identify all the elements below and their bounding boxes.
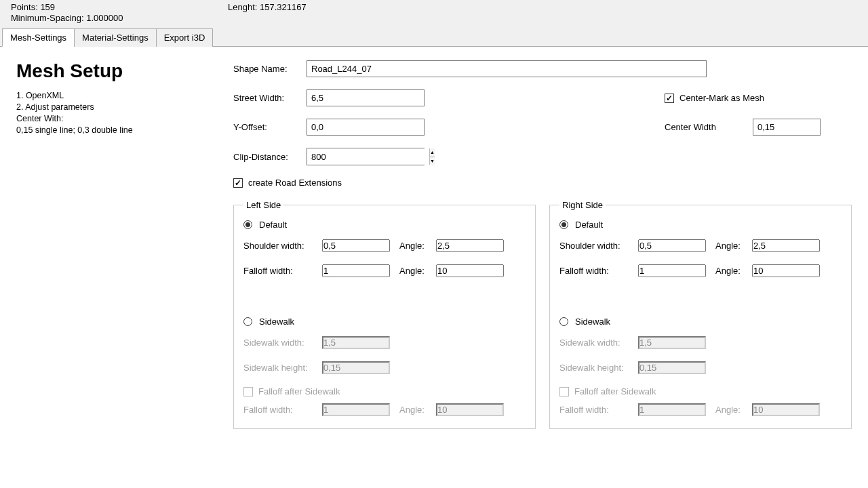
left-sw-falloff-label: Falloff width: <box>243 405 322 415</box>
y-offset-label: Y-Offset: <box>233 122 307 132</box>
tab-strip: Mesh-Settings Material-Settings Export i… <box>0 28 868 47</box>
spinner-up-icon[interactable]: ▲ <box>430 148 435 157</box>
left-falloff-angle-label: Angle: <box>399 266 436 276</box>
spinner-down-icon[interactable]: ▼ <box>430 157 435 165</box>
right-shoulder-label: Shoulder width: <box>559 241 638 251</box>
tip-line: 0,15 single line; 0,3 double line <box>16 125 233 136</box>
points-label: Points: <box>11 2 38 12</box>
page-title: Mesh Setup <box>16 60 233 82</box>
points-value: 159 <box>40 2 55 12</box>
right-default-radio[interactable] <box>559 220 568 229</box>
form-panel: Shape Name: Street Width: Center-Mark as… <box>233 60 852 429</box>
minspacing-value: 1.000000 <box>86 13 123 23</box>
create-extensions-checkbox[interactable] <box>233 178 243 188</box>
left-sw-falloff-input <box>322 403 390 416</box>
left-sw-falloff-angle-input <box>436 403 504 416</box>
left-sidewalk-width-label: Sidewalk width: <box>243 338 322 348</box>
left-sidewalk-width-input <box>322 336 390 349</box>
right-shoulder-angle-label: Angle: <box>715 241 752 251</box>
left-falloff-after-checkbox <box>243 387 253 396</box>
right-sw-falloff-label: Falloff width: <box>559 405 638 415</box>
tab-material-settings[interactable]: Material-Settings <box>74 28 157 47</box>
tip-line: 2. Adjust parameters <box>16 102 233 113</box>
right-default-label: Default <box>575 220 603 230</box>
center-mark-label: Center-Mark as Mesh <box>679 93 764 103</box>
help-panel: Mesh Setup 1. OpenXML 2. Adjust paramete… <box>16 60 233 429</box>
right-sw-falloff-angle-label: Angle: <box>715 405 752 415</box>
left-falloff-angle-input[interactable] <box>436 264 504 277</box>
left-falloff-after-label: Falloff after Sidewalk <box>258 386 340 396</box>
tab-export-i3d[interactable]: Export i3D <box>156 28 214 47</box>
left-default-radio[interactable] <box>243 220 252 229</box>
right-sw-falloff-input <box>638 403 706 416</box>
shape-name-input[interactable] <box>307 60 707 77</box>
right-falloff-angle-label: Angle: <box>715 266 752 276</box>
street-width-label: Street Width: <box>233 93 307 103</box>
header-info: Points: 159 Lenght: 157.321167 Minimum-S… <box>0 0 868 28</box>
right-falloff-input[interactable] <box>638 264 706 277</box>
clip-distance-spinner[interactable]: ▲ ▼ <box>307 148 425 165</box>
left-side-group: Left Side Default Shoulder width: Angle:… <box>233 200 536 429</box>
lenght-value: 157.321167 <box>260 2 307 12</box>
lenght-label: Lenght: <box>228 2 257 12</box>
clip-distance-label: Clip-Distance: <box>233 152 307 162</box>
tab-content: Mesh Setup 1. OpenXML 2. Adjust paramete… <box>0 47 868 443</box>
left-sidewalk-height-input <box>322 361 390 374</box>
right-sidewalk-width-label: Sidewalk width: <box>559 338 638 348</box>
left-sw-falloff-angle-label: Angle: <box>399 405 436 415</box>
shape-name-label: Shape Name: <box>233 64 307 74</box>
right-falloff-label: Falloff width: <box>559 266 638 276</box>
tip-line: 1. OpenXML <box>16 90 233 102</box>
left-falloff-label: Falloff width: <box>243 266 322 276</box>
left-default-label: Default <box>259 220 287 230</box>
right-sidewalk-height-label: Sidewalk height: <box>559 363 638 373</box>
center-mark-checkbox[interactable] <box>665 94 674 103</box>
clip-distance-input[interactable] <box>307 148 429 165</box>
right-falloff-after-label: Falloff after Sidewalk <box>574 386 656 396</box>
right-falloff-after-checkbox <box>559 387 569 396</box>
right-sw-falloff-angle-input <box>752 403 820 416</box>
right-falloff-angle-input[interactable] <box>752 264 820 277</box>
left-shoulder-angle-input[interactable] <box>436 239 504 252</box>
right-sidewalk-width-input <box>638 336 706 349</box>
right-side-legend: Right Side <box>559 200 606 210</box>
create-extensions-label: create Road Extensions <box>248 178 342 188</box>
left-shoulder-angle-label: Angle: <box>399 241 436 251</box>
tip-line: Center With: <box>16 113 233 125</box>
left-falloff-input[interactable] <box>322 264 390 277</box>
right-sidewalk-radio[interactable] <box>559 317 568 326</box>
right-shoulder-angle-input[interactable] <box>752 239 820 252</box>
left-sidewalk-label: Sidewalk <box>259 317 294 327</box>
right-sidewalk-height-input <box>638 361 706 374</box>
center-width-label: Center Width <box>665 122 753 132</box>
street-width-input[interactable] <box>307 89 425 106</box>
right-shoulder-input[interactable] <box>638 239 706 252</box>
left-side-legend: Left Side <box>243 200 283 210</box>
tab-mesh-settings[interactable]: Mesh-Settings <box>2 28 75 47</box>
minspacing-label: Minimum-Spacing: <box>11 13 84 23</box>
left-shoulder-input[interactable] <box>322 239 390 252</box>
left-sidewalk-radio[interactable] <box>243 317 252 326</box>
y-offset-input[interactable] <box>307 119 425 136</box>
left-sidewalk-height-label: Sidewalk height: <box>243 363 322 373</box>
right-side-group: Right Side Default Shoulder width: Angle… <box>549 200 852 429</box>
left-shoulder-label: Shoulder width: <box>243 241 322 251</box>
right-sidewalk-label: Sidewalk <box>575 317 610 327</box>
center-width-input[interactable] <box>753 119 821 136</box>
